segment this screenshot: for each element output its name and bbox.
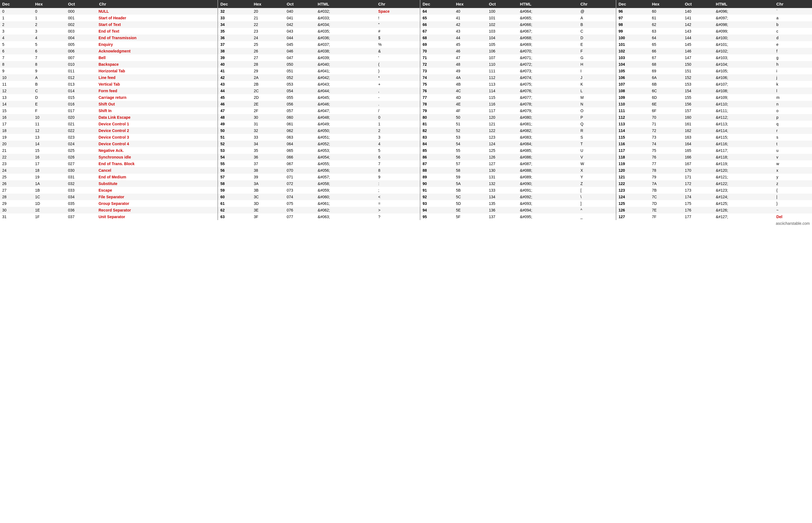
table-row: 2418030Cancel5638070&#056;88858130&#088;… [0,167,812,174]
cell: s [774,134,812,141]
cell: &#103; [714,54,774,61]
header-dec1: Dec [0,0,33,8]
table-row: 11001Start of Header3321041&#033;!654110… [0,15,812,21]
cell: 96 [616,8,650,15]
cell: 030 [66,167,97,174]
cell: 106 [616,74,650,81]
cell: &#063; [315,214,376,220]
cell: < [376,194,420,200]
cell: 7E [650,207,683,214]
cell: 122 [486,127,517,134]
cell: 162 [683,127,714,134]
cell: w [774,160,812,167]
cell: 154 [683,88,714,94]
cell: &#125; [714,200,774,207]
cell: 82 [420,127,454,134]
cell: &#112; [714,114,774,121]
cell: 073 [284,187,315,194]
cell: &#104; [714,61,774,68]
cell: Device Control 3 [97,134,218,141]
cell: &#091; [518,187,578,194]
cell: 4D [454,94,486,101]
cell: &#060; [315,194,376,200]
cell: &#117; [714,147,774,154]
cell: 56 [454,154,486,160]
cell: 7A [650,180,683,187]
cell: NULL [97,8,218,15]
cell: 49 [454,68,486,74]
cell: ! [376,15,420,21]
cell: &#061; [315,200,376,207]
cell: 26 [252,48,284,54]
cell: &#080; [518,114,578,121]
cell: &#108; [714,88,774,94]
cell: 91 [420,187,454,194]
cell: 114 [616,127,650,134]
cell: 81 [420,121,454,127]
cell: &#105; [714,68,774,74]
cell: V [578,154,616,160]
cell: _ [578,214,616,220]
cell: 175 [683,200,714,207]
cell: &#043; [315,81,376,88]
cell: 052 [284,74,315,81]
cell: 054 [284,88,315,94]
cell: 122 [616,180,650,187]
cell: 2B [252,81,284,88]
cell: 27 [0,187,33,194]
cell: j [774,74,812,81]
cell: 176 [683,207,714,214]
cell: 025 [66,147,97,154]
cell: B [578,21,616,28]
cell: 067 [284,160,315,167]
cell: 126 [486,154,517,160]
cell: 38 [252,167,284,174]
cell: 20 [0,141,33,147]
cell: 105 [616,68,650,74]
cell: &#055; [315,160,376,167]
cell: 050 [284,61,315,68]
cell: 67 [650,54,683,61]
cell: 15 [0,107,33,114]
cell: 10 [0,74,33,81]
cell: 032 [66,180,97,187]
cell: C [578,28,616,35]
cell: &#045; [315,94,376,101]
cell: 035 [66,200,97,207]
cell: 101 [486,15,517,21]
cell: 11 [33,121,66,127]
cell: ( [376,61,420,68]
cell: 7D [650,200,683,207]
cell: 017 [66,107,97,114]
cell: 123 [486,134,517,141]
cell: m [774,94,812,101]
cell: 71 [650,121,683,127]
cell: 28 [252,61,284,68]
cell: 75 [650,147,683,154]
cell: 3B [252,187,284,194]
cell: 119 [616,160,650,167]
cell: &#127; [714,214,774,220]
cell: 5E [454,207,486,214]
cell: 75 [420,81,454,88]
cell: 63 [650,28,683,35]
cell: 69 [650,68,683,74]
cell: Horizontal Tab [97,68,218,74]
cell: 020 [66,114,97,121]
cell: 29 [252,68,284,74]
cell: L [578,88,616,94]
cell: 072 [284,180,315,187]
cell: &#106; [714,74,774,81]
cell: 77 [420,94,454,101]
cell: &#102; [714,48,774,54]
cell: 5A [454,180,486,187]
cell: &#037; [315,41,376,48]
cell: 8 [33,61,66,68]
cell: 026 [66,154,97,160]
table-row: 77007Bell3927047&#039;'7147107&#071;G103… [0,54,812,61]
cell: &#033; [315,15,376,21]
cell: 40 [454,8,486,15]
cell: 0 [33,8,66,15]
cell: 100 [486,8,517,15]
table-row: 00000NULL3220040&#032;Space6440100&#064;… [0,8,812,15]
